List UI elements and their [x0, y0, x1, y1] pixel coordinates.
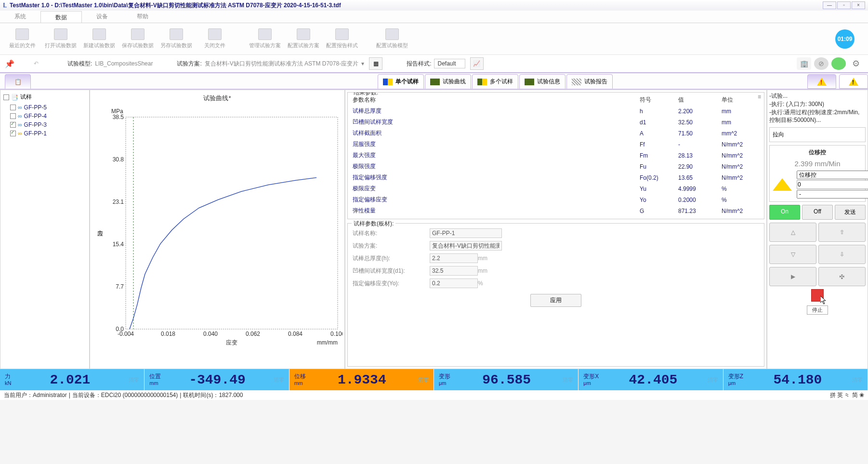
- specimen-legend: 试样参数(板材):: [352, 220, 395, 228]
- table-row[interactable]: 最大强度Fm28.13N/mm^2: [350, 150, 762, 161]
- table-row[interactable]: 指定偏移强度Fo(0.2)13.65N/mm^2: [350, 172, 762, 183]
- on-button[interactable]: On: [769, 205, 800, 220]
- home-down-button[interactable]: ⇩: [818, 245, 866, 264]
- spec-yo-input[interactable]: [430, 278, 478, 288]
- table-row[interactable]: 极限强度Fu22.90N/mm^2: [350, 161, 762, 172]
- tab-test-info[interactable]: 试验信息: [519, 74, 566, 89]
- spec-name-input[interactable]: [430, 228, 502, 238]
- tab-single-sample[interactable]: 单个试样: [378, 74, 424, 89]
- restore-button[interactable]: ▫: [837, 1, 851, 9]
- manage-plan-button[interactable]: 管理试验方案: [247, 25, 283, 53]
- readout-value: 54.180: [749, 372, 846, 387]
- spec-plan-label: 试验方案:: [353, 242, 430, 250]
- warning-tab-1[interactable]: [807, 74, 836, 89]
- sample-icon: ∞: [18, 104, 22, 111]
- tree-item[interactable]: ∞GF-PP-1: [3, 129, 86, 138]
- table-row[interactable]: 指定偏移应变Yo0.2000%: [350, 194, 762, 205]
- menu-help[interactable]: 帮助: [122, 11, 163, 23]
- checkbox[interactable]: [10, 131, 16, 136]
- col-unit: 单位: [719, 94, 762, 106]
- menu-device[interactable]: 设备: [82, 11, 122, 23]
- machine-icon[interactable]: 🏢: [797, 57, 811, 70]
- tree-root[interactable]: 📑 试样: [3, 93, 86, 101]
- clear-button[interactable]: 清零: [852, 376, 863, 384]
- jog-up-button[interactable]: △: [769, 223, 816, 242]
- results-fieldset: 结果参数: ≡ 参数名称 符号 值 单位 试棒总厚度h2.200mm凹槽间试样宽…: [347, 92, 764, 219]
- recent-files-button[interactable]: 最近的文件: [4, 25, 40, 53]
- config-model-button[interactable]: 配置试验模型: [374, 25, 410, 53]
- tab-test-report[interactable]: 试验报告: [566, 74, 613, 89]
- direction-label: 拉向: [773, 131, 784, 139]
- stop-button[interactable]: [811, 289, 824, 302]
- config-plan-button[interactable]: 配置试验方案: [285, 25, 322, 53]
- jog-down-button[interactable]: ▽: [769, 245, 816, 264]
- clear-button[interactable]: 清零: [563, 376, 573, 384]
- checkbox[interactable]: [3, 94, 9, 100]
- clear-button[interactable]: 清零: [129, 376, 139, 384]
- table-row[interactable]: 凹槽间试样宽度d132.50mm: [350, 117, 762, 128]
- chart-config-icon[interactable]: 📈: [470, 57, 484, 70]
- table-row[interactable]: 试样截面积A71.50mm^2: [350, 128, 762, 139]
- control-mode-select[interactable]: 位移控: [797, 171, 868, 179]
- table-row[interactable]: 极限应变Yu4.9999%: [350, 183, 762, 194]
- tree-item[interactable]: ∞GF-PP-3: [3, 120, 86, 129]
- status-grey-icon: ⊘: [814, 57, 829, 70]
- warning-tab-2[interactable]: [839, 74, 868, 89]
- table-row[interactable]: 屈服强度Ff-N/mm^2: [350, 139, 762, 150]
- config-report-button[interactable]: 配置报告样式: [324, 25, 360, 53]
- checkbox[interactable]: [10, 105, 16, 110]
- spec-d1-input[interactable]: [430, 266, 478, 276]
- folder-icon: [15, 28, 29, 40]
- new-data-button[interactable]: 新建试验数据: [81, 25, 118, 53]
- table-row[interactable]: 试棒总厚度h2.200mm: [350, 106, 762, 117]
- readout-value: 96.585: [456, 372, 557, 387]
- clear-button[interactable]: 清零: [418, 376, 429, 384]
- table-row[interactable]: 弹性模量G871.23N/mm^2: [350, 205, 762, 216]
- menu-data[interactable]: 数据: [40, 11, 82, 23]
- open-data-button[interactable]: 打开试验数据: [42, 25, 79, 53]
- tab-test-curve[interactable]: 试验曲线: [425, 74, 471, 89]
- control-value-input[interactable]: [797, 180, 868, 189]
- off-button[interactable]: Off: [802, 205, 833, 220]
- send-button[interactable]: 发送: [835, 205, 866, 220]
- close-file-button[interactable]: 关闭文件: [197, 25, 233, 53]
- spec-plan-input[interactable]: [430, 241, 502, 251]
- clear-button[interactable]: 清零: [708, 376, 718, 384]
- tab-multi-sample[interactable]: 多个试样: [472, 74, 518, 89]
- checkbox[interactable]: [10, 122, 16, 128]
- readout-cell: 变形μm96.585清零: [434, 369, 579, 390]
- apply-button[interactable]: 应用: [530, 294, 581, 307]
- folder-open-icon: [54, 28, 67, 40]
- nav-back-icon[interactable]: ↶: [34, 60, 39, 67]
- sample-tree-panel: 📑 试样 ∞GF-PP-5∞GF-PP-4∞GF-PP-3∞GF-PP-1: [0, 90, 90, 369]
- side-panel-tab[interactable]: 📋: [5, 74, 31, 89]
- center-button[interactable]: ⧾: [818, 267, 866, 286]
- play-button[interactable]: ▶: [769, 267, 816, 286]
- grid-icon[interactable]: ▦: [369, 57, 382, 70]
- minimize-button[interactable]: —: [823, 1, 836, 9]
- clear-button[interactable]: 清零: [274, 376, 284, 384]
- swatch-icon: [477, 79, 487, 85]
- dropdown-icon[interactable]: ▾: [361, 60, 364, 67]
- settings-gear-icon[interactable]: ⚙: [849, 57, 863, 70]
- report-style-dropdown[interactable]: Default: [434, 59, 465, 68]
- swatch-icon: [430, 79, 440, 85]
- swatch-icon: [572, 79, 581, 85]
- spec-h-input[interactable]: [430, 253, 478, 263]
- triangle-up-icon: △: [791, 229, 795, 236]
- save-data-button[interactable]: 保存试验数据: [119, 25, 156, 53]
- menu-system[interactable]: 系统: [0, 11, 40, 23]
- tree-item[interactable]: ∞GF-PP-5: [3, 103, 86, 112]
- file-close-icon: [208, 28, 222, 40]
- tree-item[interactable]: ∞GF-PP-4: [3, 112, 86, 120]
- close-button[interactable]: ×: [852, 1, 865, 9]
- sample-icon: ∞: [18, 113, 22, 119]
- pin-icon[interactable]: 📌: [5, 59, 14, 68]
- menu-icon[interactable]: ≡: [758, 93, 761, 100]
- home-up-button[interactable]: ⇧: [818, 223, 866, 242]
- saveas-data-button[interactable]: 另存试验数据: [158, 25, 195, 53]
- status-user: 当前用户：Administrator: [4, 391, 67, 399]
- svg-text:0.018: 0.018: [161, 331, 175, 337]
- control-extra-select[interactable]: -: [797, 190, 868, 199]
- checkbox[interactable]: [10, 113, 16, 119]
